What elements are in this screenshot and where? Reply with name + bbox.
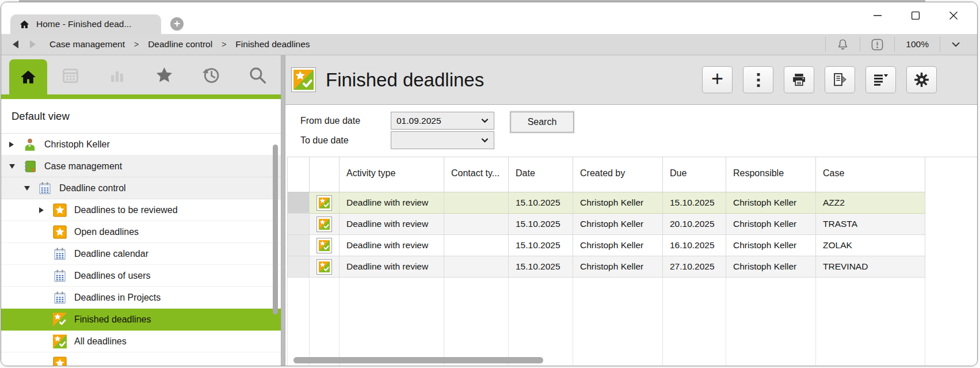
new-tab-button[interactable]: +: [170, 17, 184, 31]
export-button[interactable]: [825, 66, 855, 93]
more-options-button[interactable]: [743, 66, 773, 93]
sidebar-tab-home[interactable]: [9, 59, 47, 94]
cell-responsible: Christoph Keller: [726, 192, 816, 214]
settings-button[interactable]: [906, 66, 937, 93]
breadcrumb-finished-deadlines[interactable]: Finished deadlines: [234, 38, 311, 51]
sidebar-tab-history[interactable]: [188, 55, 234, 94]
cell-contact: [444, 256, 509, 278]
chevron-down-icon: [481, 138, 489, 143]
tree-collapsed-arrow[interactable]: [39, 207, 47, 213]
table-row-zolak[interactable]: Deadline with review15.10.2025Christoph …: [287, 235, 977, 256]
search-button[interactable]: Search: [510, 112, 574, 132]
maximize-button[interactable]: [897, 5, 935, 26]
sort-button[interactable]: [865, 66, 896, 93]
sidebar-tab-search[interactable]: [234, 55, 281, 94]
cell-due: 20.10.2025: [663, 214, 726, 235]
cell-case: ZOLAK: [816, 235, 925, 256]
page-title: Finished deadlines: [326, 69, 484, 91]
sidebar-tab-chart[interactable]: [94, 55, 140, 94]
from-due-date-label: From due date: [300, 116, 391, 126]
column-header-date[interactable]: Date: [509, 157, 573, 192]
close-icon: [949, 11, 958, 20]
breadcrumb-case-management[interactable]: Case management: [48, 38, 126, 51]
close-button[interactable]: [935, 5, 973, 26]
home-icon: [20, 69, 36, 85]
cell-activity: Deadline with review: [340, 256, 444, 278]
tree-item-all-deadlines[interactable]: All deadlines: [1, 331, 281, 352]
tree-expanded-arrow[interactable]: [24, 186, 32, 191]
row-selector[interactable]: [287, 192, 310, 214]
tree-item-label: Deadline calendar: [74, 249, 148, 259]
column-header-case[interactable]: Case: [816, 157, 925, 192]
chart-icon: [108, 66, 126, 84]
column-header-icon[interactable]: [310, 157, 340, 192]
row-selector[interactable]: [287, 214, 310, 235]
sidebar-tab-calendar[interactable]: [47, 55, 94, 94]
cell-contact: [444, 192, 509, 214]
sidebar-scrollbar[interactable]: [273, 145, 278, 314]
tree-item-open-deadlines[interactable]: Open deadlines: [1, 221, 281, 243]
tree-expanded-arrow[interactable]: [9, 164, 17, 169]
star-icon: [53, 203, 67, 217]
tree-item-deadline-calendar[interactable]: Deadline calendar: [1, 243, 281, 265]
tree-item-deadlines-of-users[interactable]: Deadlines of users: [1, 265, 281, 287]
tree-item-partial[interactable]: [1, 352, 281, 366]
column-header-created[interactable]: Created by: [573, 157, 663, 192]
cell-created: Christoph Keller: [573, 192, 663, 214]
cell-date: 15.10.2025: [509, 214, 573, 235]
star-check-icon: [53, 313, 67, 327]
notification-bell-button[interactable]: [826, 34, 860, 55]
breadcrumb-deadline-control[interactable]: Deadline control: [147, 38, 213, 51]
to-due-date-select[interactable]: [391, 131, 494, 149]
search-icon: [249, 66, 266, 84]
main-panel: Finished deadlines + From due date 01.09…: [285, 55, 977, 366]
cell-created: Christoph Keller: [573, 214, 663, 235]
deadline-check-icon: [317, 195, 332, 211]
tree-item-deadline-control[interactable]: Deadline control: [1, 177, 281, 199]
expand-toolbar-button[interactable]: [940, 34, 971, 55]
sidebar-view-title: Default view: [1, 99, 281, 134]
table-empty-area: [287, 278, 977, 366]
nav-forward-button[interactable]: [24, 36, 41, 52]
cell-contact: [444, 214, 509, 235]
tab-home-finished-deadlines[interactable]: Home - Finished dead...: [10, 14, 161, 34]
sidebar-tab-star[interactable]: [140, 55, 187, 94]
toolbar: +: [702, 66, 937, 93]
tree-item-deadlines-in-projects[interactable]: Deadlines in Projects: [1, 287, 281, 309]
tree-item-christoph-keller[interactable]: Christoph Keller: [1, 134, 281, 155]
table-horizontal-scrollbar[interactable]: [293, 357, 543, 363]
alert-button[interactable]: [860, 34, 894, 55]
add-button[interactable]: +: [702, 66, 733, 93]
panel-splitter[interactable]: [281, 55, 285, 366]
column-header-due[interactable]: Due: [663, 157, 726, 192]
tree-item-finished-deadlines[interactable]: Finished deadlines: [1, 309, 281, 331]
cell-activity: Deadline with review: [340, 214, 444, 235]
more-options-icon: [756, 72, 761, 88]
column-header-activity[interactable]: Activity type: [340, 157, 444, 192]
cell-date: 15.10.2025: [509, 235, 573, 256]
zoom-level-button[interactable]: 100%: [895, 34, 940, 55]
nav-back-button[interactable]: [7, 36, 24, 52]
table-header-row: Activity typeContact ty...DateCreated by…: [287, 157, 977, 192]
print-button[interactable]: [784, 66, 814, 93]
tree-item-case-management[interactable]: Case management: [1, 155, 281, 177]
table-row-azz2[interactable]: Deadline with review15.10.2025Christoph …: [287, 192, 977, 214]
tree-item-label: Finished deadlines: [74, 314, 151, 325]
settings-icon: [914, 72, 929, 88]
column-header-contact[interactable]: Contact ty...: [444, 157, 509, 192]
history-icon: [202, 66, 220, 84]
minimize-button[interactable]: [859, 5, 897, 26]
column-header-responsible[interactable]: Responsible: [726, 157, 816, 192]
row-selector[interactable]: [287, 235, 310, 256]
table-row-trasta[interactable]: Deadline with review15.10.2025Christoph …: [287, 214, 977, 235]
table-row-trevinad[interactable]: Deadline with review15.10.2025Christoph …: [287, 256, 977, 278]
bell-icon: [837, 38, 849, 51]
tree-item-deadlines-to-be-reviewed[interactable]: Deadlines to be reviewed: [1, 199, 281, 221]
tree-collapsed-arrow[interactable]: [9, 142, 17, 147]
chevron-down-icon: [951, 41, 960, 47]
sidebar-tab-strip: [1, 55, 281, 94]
from-due-date-select[interactable]: 01.09.2025: [391, 112, 494, 130]
deadline-check-icon: [317, 238, 332, 253]
row-selector[interactable]: [287, 256, 310, 278]
filter-panel: From due date 01.09.2025 To due date: [285, 105, 977, 157]
